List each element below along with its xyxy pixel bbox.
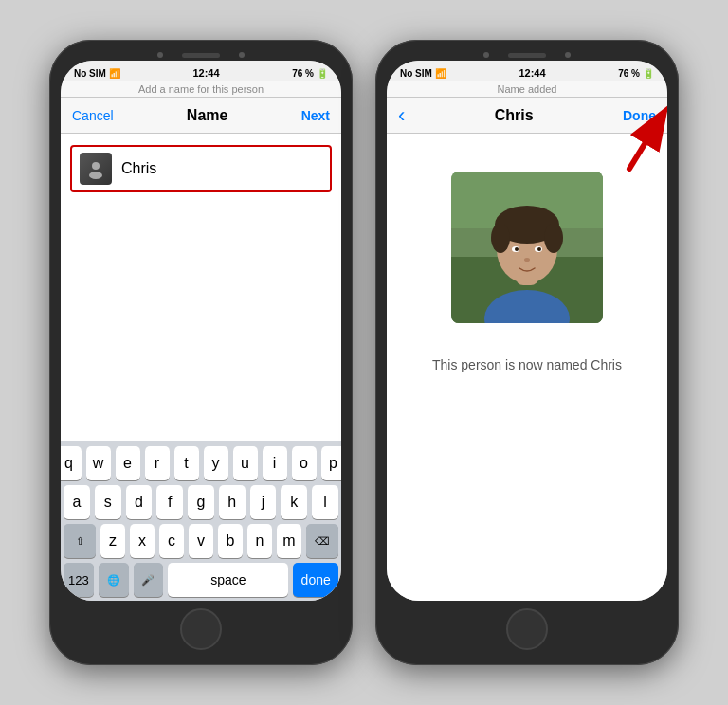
cancel-button[interactable]: Cancel <box>72 108 114 123</box>
key-v[interactable]: v <box>189 524 213 558</box>
svg-point-0 <box>92 162 100 170</box>
keyboard-bottom-row: 123 🌐 🎤 space done <box>64 563 338 597</box>
svg-point-16 <box>537 247 541 251</box>
key-h[interactable]: h <box>219 485 246 519</box>
avatar <box>80 153 112 185</box>
speaker-2 <box>508 53 546 58</box>
key-e[interactable]: e <box>116 446 140 480</box>
key-z[interactable]: z <box>100 524 125 558</box>
keyboard-row-3: ⇧ z x c v b n m ⌫ <box>64 524 338 558</box>
svg-point-1 <box>89 172 102 179</box>
keyboard[interactable]: q w e r t y u i o p a s d f g h j k <box>61 441 341 601</box>
svg-point-12 <box>544 223 563 253</box>
status-time-2: 12:44 <box>519 67 545 79</box>
globe-key[interactable]: 🌐 <box>99 563 129 597</box>
key-t[interactable]: t <box>174 446 199 480</box>
key-x[interactable]: x <box>130 524 155 558</box>
status-time: 12:44 <box>192 67 219 79</box>
key-w[interactable]: w <box>86 446 111 480</box>
key-j[interactable]: j <box>250 485 277 519</box>
keyboard-row-2: a s d f g h j k l <box>64 485 338 519</box>
key-d[interactable]: d <box>126 485 153 519</box>
done-button[interactable]: Done <box>623 108 656 123</box>
nav-bar: Cancel Name Next <box>61 98 341 134</box>
status-left-2: No SIM 📶 <box>400 68 446 79</box>
profile-caption: This person is now named Chris <box>432 357 622 372</box>
key-g[interactable]: g <box>188 485 214 519</box>
space-key[interactable]: space <box>168 563 288 597</box>
profile-content: This person is now named Chris <box>387 134 667 601</box>
next-button[interactable]: Next <box>301 108 330 123</box>
svg-point-17 <box>524 258 530 262</box>
name-field-value[interactable]: Chris <box>121 160 156 177</box>
delete-key[interactable]: ⌫ <box>306 524 338 558</box>
key-r[interactable]: r <box>145 446 170 480</box>
key-y[interactable]: y <box>204 446 228 480</box>
mic-key[interactable]: 🎤 <box>134 563 164 597</box>
wifi-icon: 📶 <box>109 68 120 79</box>
key-p[interactable]: p <box>321 446 342 480</box>
key-c[interactable]: c <box>159 524 184 558</box>
screen-subtitle-2: Name added <box>498 83 557 95</box>
phone-1: No SIM 📶 12:44 76 % 🔋 Add a name for thi… <box>49 40 353 665</box>
key-k[interactable]: k <box>281 485 307 519</box>
screen-content: Chris <box>61 134 341 441</box>
svg-point-15 <box>515 247 519 251</box>
nav-title-2: Chris <box>405 107 623 124</box>
carrier-label-2: No SIM <box>400 68 432 79</box>
battery-icon-2: 🔋 <box>643 68 654 79</box>
speaker <box>182 53 220 58</box>
status-left: No SIM 📶 <box>74 68 120 79</box>
keyboard-row-1: q w e r t y u i o p <box>64 446 338 480</box>
battery-label: 76 % <box>292 68 314 79</box>
nav-title: Name <box>187 107 228 124</box>
home-button-2[interactable] <box>506 608 548 650</box>
camera-dot-2 <box>483 52 489 58</box>
battery-icon: 🔋 <box>317 68 328 79</box>
status-bar: No SIM 📶 12:44 76 % 🔋 <box>61 61 341 81</box>
name-input-row[interactable]: Chris <box>70 145 332 192</box>
avatar-image <box>80 153 112 185</box>
key-o[interactable]: o <box>292 446 317 480</box>
screen-subtitle: Add a name for this person <box>138 83 264 95</box>
camera-dot <box>157 52 163 58</box>
sensor-dot-2 <box>565 52 571 58</box>
home-button[interactable] <box>180 608 222 650</box>
empty-space <box>61 204 341 441</box>
status-bar-2: No SIM 📶 12:44 76 % 🔋 <box>387 61 667 81</box>
key-b[interactable]: b <box>218 524 243 558</box>
profile-photo <box>451 172 603 323</box>
status-right-2: 76 % 🔋 <box>618 68 654 79</box>
key-s[interactable]: s <box>95 485 121 519</box>
key-n[interactable]: n <box>247 524 272 558</box>
key-a[interactable]: a <box>64 485 90 519</box>
sensor-dot <box>239 52 245 58</box>
key-u[interactable]: u <box>233 446 258 480</box>
wifi-icon-2: 📶 <box>435 68 446 79</box>
shift-key[interactable]: ⇧ <box>64 524 96 558</box>
battery-label-2: 76 % <box>618 68 640 79</box>
carrier-label: No SIM <box>74 68 106 79</box>
back-button[interactable]: ‹ <box>398 103 405 128</box>
key-q[interactable]: q <box>61 446 82 480</box>
nav-bar-2: ‹ Chris Done <box>387 98 667 134</box>
done-key[interactable]: done <box>293 563 338 597</box>
svg-point-11 <box>491 223 510 253</box>
num-key[interactable]: 123 <box>64 563 94 597</box>
key-i[interactable]: i <box>263 446 287 480</box>
key-f[interactable]: f <box>156 485 183 519</box>
status-right: 76 % 🔋 <box>292 68 328 79</box>
phone-2: No SIM 📶 12:44 76 % 🔋 Name added ‹ Chris… <box>375 40 679 665</box>
key-l[interactable]: l <box>312 485 338 519</box>
key-m[interactable]: m <box>277 524 301 558</box>
